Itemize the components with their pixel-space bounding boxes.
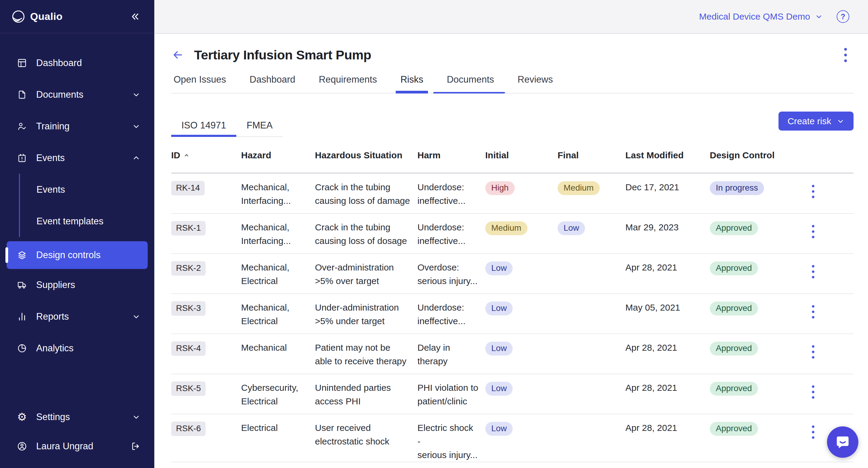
gear-icon: ⚙︎ (17, 412, 27, 422)
sidebar-user[interactable]: Laura Ungrad (0, 432, 154, 461)
risk-id-badge[interactable]: RK-14 (171, 181, 205, 196)
tab-documents[interactable]: Documents (444, 74, 496, 93)
sidebar-item-reports[interactable]: Reports (0, 301, 154, 332)
hazard-cell: Mechanical, Electrical (241, 301, 315, 328)
table-row[interactable]: RSK-6 Electrical User received electrost… (171, 414, 854, 462)
row-actions-kebab-icon[interactable] (812, 183, 854, 200)
chevron-down-icon (132, 413, 141, 421)
row-actions-kebab-icon[interactable] (812, 304, 854, 320)
sort-asc-icon (183, 152, 190, 158)
chevron-up-icon (132, 154, 141, 162)
row-actions-kebab-icon[interactable] (812, 384, 854, 400)
sidebar-subitem-label: Events (36, 184, 65, 195)
calendar-alert-icon (17, 153, 27, 163)
last-modified-cell: Mar 29, 2023 (625, 221, 710, 234)
design-control-status-badge: Approved (710, 342, 758, 355)
app-window: Qualio Dashboard (0, 0, 868, 468)
design-control-status-badge: Approved (710, 261, 758, 275)
harm-cell: Underdose: ineffective... (417, 301, 485, 328)
hazard-cell: Mechanical (241, 341, 315, 354)
column-header-harm[interactable]: Harm (417, 150, 485, 160)
user-circle-icon (17, 441, 27, 451)
table-row-partial (171, 462, 854, 468)
hazardous-situation-cell: User received electrostatic shock (315, 421, 417, 448)
logout-icon[interactable] (131, 441, 141, 451)
user-name-label: Laura Ungrad (36, 441, 93, 452)
hazard-cell: Mechanical, Electrical (241, 261, 315, 288)
sidebar-item-documents[interactable]: Documents (0, 79, 154, 110)
risk-id-badge[interactable]: RSK-1 (171, 221, 206, 235)
column-header-last-modified[interactable]: Last Modified (625, 150, 710, 160)
table-row[interactable]: RSK-2 Mechanical, Electrical Over-admini… (171, 254, 854, 294)
row-actions-kebab-icon[interactable] (812, 344, 854, 360)
sidebar-footer: ⚙︎ Settings Laura Ungrad (0, 402, 154, 468)
main-content: Tertiary Infusion Smart Pump Open Issues… (154, 34, 868, 468)
hazardous-situation-cell: Unintended parties access PHI (315, 381, 417, 408)
column-header-hazardous-situation[interactable]: Hazardous Situation (315, 150, 417, 160)
column-header-design-control[interactable]: Design Control (710, 150, 808, 160)
sidebar-item-label: Reports (36, 311, 69, 322)
risk-id-badge[interactable]: RSK-6 (171, 421, 206, 436)
workspace-switcher[interactable]: Medical Device QMS Demo (699, 11, 823, 22)
table-row[interactable]: RSK-1 Mechanical, Interfacing... Crack i… (171, 214, 854, 254)
last-modified-cell: Apr 28, 2021 (625, 341, 710, 354)
tab-dashboard[interactable]: Dashboard (247, 74, 298, 93)
sidebar-item-analytics[interactable]: Analytics (0, 332, 154, 364)
help-icon[interactable]: ? (837, 10, 849, 23)
column-header-final[interactable]: Final (558, 150, 625, 160)
chat-launcher-button[interactable] (827, 427, 858, 458)
row-actions-kebab-icon[interactable] (812, 264, 854, 280)
tab-bar: Open Issues Dashboard Requirements Risks… (171, 74, 854, 93)
risk-id-badge[interactable]: RSK-5 (171, 381, 206, 396)
hazardous-situation-cell: Patient may not be able to receive thera… (315, 341, 417, 368)
risk-id-badge[interactable]: RSK-4 (171, 341, 206, 356)
table-row[interactable]: RSK-5 Cybersecurity, Electrical Unintend… (171, 374, 854, 414)
page-title: Tertiary Infusion Smart Pump (194, 48, 371, 62)
hazardous-situation-cell: Crack in the tubing causing loss of dama… (315, 180, 417, 207)
hazardous-situation-cell: Under-administration >5% under target (315, 301, 417, 328)
harm-cell: Underdose: ineffective... (417, 221, 485, 247)
sidebar-item-training[interactable]: Training (0, 110, 154, 142)
tab-risks[interactable]: Risks (398, 74, 426, 93)
qualio-logo-icon (11, 10, 25, 24)
column-header-initial[interactable]: Initial (485, 150, 558, 160)
chevron-down-icon (132, 90, 141, 99)
subtab-iso-14971[interactable]: ISO 14971 (171, 120, 236, 136)
initial-risk-badge: Low (485, 382, 513, 396)
sidebar-item-dashboard[interactable]: Dashboard (0, 47, 154, 79)
design-control-status-badge: Approved (710, 382, 758, 396)
column-header-hazard[interactable]: Hazard (241, 150, 315, 160)
back-arrow-icon[interactable] (171, 48, 184, 61)
tab-reviews[interactable]: Reviews (515, 74, 555, 93)
sidebar-collapse-icon[interactable] (129, 10, 141, 23)
sidebar-subitem-events[interactable]: Events (20, 174, 154, 205)
chevron-down-icon (837, 117, 844, 125)
subtab-fmea[interactable]: FMEA (236, 120, 283, 136)
row-actions-kebab-icon[interactable] (812, 224, 854, 240)
sidebar-item-settings[interactable]: ⚙︎ Settings (0, 402, 154, 432)
table-row[interactable]: RSK-4 Mechanical Patient may not be able… (171, 334, 854, 374)
last-modified-cell: May 05, 2021 (625, 301, 710, 314)
create-risk-button[interactable]: Create risk (778, 112, 854, 130)
tab-open-issues[interactable]: Open Issues (171, 74, 228, 93)
top-bar: Medical Device QMS Demo ? (154, 0, 868, 34)
risk-id-badge[interactable]: RSK-2 (171, 261, 206, 275)
table-row[interactable]: RSK-3 Mechanical, Electrical Under-admin… (171, 294, 854, 334)
sidebar-item-suppliers[interactable]: Suppliers (0, 269, 154, 301)
chevron-down-icon (132, 122, 141, 130)
initial-risk-badge: Medium (485, 221, 527, 235)
sidebar-subitem-event-templates[interactable]: Event templates (20, 205, 154, 237)
final-risk-badge: Low (558, 221, 585, 235)
table-row[interactable]: RK-14 Mechanical, Interfacing... Crack i… (171, 174, 854, 214)
sidebar-item-design-controls[interactable]: Design controls (7, 241, 148, 269)
column-header-id[interactable]: ID (171, 150, 241, 160)
risk-table: ID Hazard Hazardous Situation Harm Initi… (171, 150, 854, 468)
tab-requirements[interactable]: Requirements (316, 74, 379, 93)
harm-cell: PHI violation to patient/clinic (417, 381, 485, 408)
risk-id-badge[interactable]: RSK-3 (171, 301, 206, 316)
design-control-status-badge: In progress (710, 181, 764, 195)
sidebar-item-events[interactable]: Events (0, 142, 154, 174)
harm-cell: Electric shock - serious injury... (417, 421, 485, 462)
page-actions-kebab-icon[interactable] (844, 47, 847, 64)
user-check-icon (17, 121, 27, 131)
